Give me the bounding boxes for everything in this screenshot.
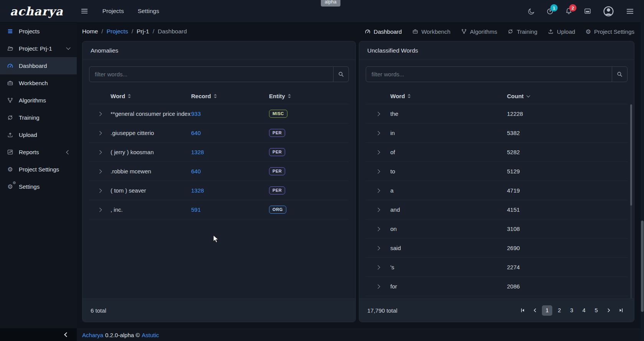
record-link[interactable]: 591: [191, 206, 201, 213]
count-cell: 4719: [507, 187, 627, 194]
expand-row-button[interactable]: [366, 170, 390, 173]
notifications-button[interactable]: 2: [565, 7, 573, 15]
user-avatar[interactable]: [603, 5, 614, 17]
quicknav-project-settings[interactable]: ⚙ Project Settings: [586, 28, 634, 35]
sidebar-item-dashboard[interactable]: Dashboard: [0, 57, 77, 74]
expand-row-button[interactable]: [89, 132, 111, 135]
table-row[interactable]: and 4151: [366, 200, 627, 219]
table-row[interactable]: the 12228: [366, 104, 627, 124]
sidebar-item-algorithms[interactable]: Algorithms: [0, 92, 77, 109]
table-row[interactable]: on 3108: [366, 219, 627, 239]
sidebar-item-projects[interactable]: Projects: [0, 23, 77, 40]
expand-row-button[interactable]: [366, 189, 390, 192]
expand-row-button[interactable]: [89, 189, 111, 192]
table-row[interactable]: **general consumer price index 933 MISC: [89, 104, 349, 124]
folder-open-icon: [7, 45, 13, 52]
table-row[interactable]: a 4719: [366, 181, 627, 200]
page-scrollbar[interactable]: [641, 0, 644, 341]
sidebar-item-training[interactable]: Training: [0, 109, 77, 126]
column-header-record[interactable]: Record: [191, 93, 269, 99]
expand-row-button[interactable]: [366, 247, 390, 250]
table-row[interactable]: ( jerry ) koosman 1328 PER: [89, 143, 349, 162]
unclassified-filter-input[interactable]: [366, 67, 612, 82]
record-link[interactable]: 640: [191, 130, 201, 136]
expand-row-button[interactable]: [366, 266, 390, 269]
table-row[interactable]: 's 2274: [366, 258, 627, 277]
page-button-5[interactable]: 5: [591, 305, 601, 316]
quicknav-training[interactable]: Training: [507, 28, 537, 35]
chevron-right-icon: [376, 169, 380, 173]
topbar-link-settings[interactable]: Settings: [138, 8, 159, 15]
tasks-button[interactable]: 1: [546, 7, 554, 15]
table-row[interactable]: ( tom ) seaver 1328 PER: [89, 181, 349, 200]
footer-company-link[interactable]: Astutic: [142, 332, 159, 338]
expand-row-button[interactable]: [366, 132, 390, 135]
first-page-button[interactable]: [517, 305, 528, 316]
record-link[interactable]: 640: [191, 168, 201, 175]
anomalies-search-button[interactable]: [333, 67, 348, 82]
prev-page-button[interactable]: [530, 305, 540, 316]
record-link[interactable]: 1328: [191, 187, 204, 194]
column-header-word[interactable]: Word: [111, 93, 191, 99]
record-link[interactable]: 933: [191, 110, 201, 117]
quicknav-workbench[interactable]: Workbench: [412, 28, 451, 35]
sidebar-item-settings[interactable]: ⚙⚙ Settings: [0, 178, 77, 195]
menu-button[interactable]: [626, 7, 634, 16]
quicknav-upload[interactable]: Upload: [548, 28, 575, 35]
sidebar-item-workbench[interactable]: Workbench: [0, 74, 77, 92]
chevron-right-icon: [98, 131, 102, 135]
table-row[interactable]: for 2086: [366, 277, 627, 296]
quicknav-dashboard[interactable]: Dashboard: [365, 28, 402, 35]
breadcrumb-projects[interactable]: Projects: [107, 28, 128, 35]
page-button-4[interactable]: 4: [579, 305, 589, 316]
breadcrumb-home[interactable]: Home: [82, 28, 98, 35]
topbar-link-projects[interactable]: Projects: [102, 8, 124, 15]
table-row[interactable]: .giuseppe citterio 640 PER: [89, 124, 349, 143]
word-cell: for: [390, 283, 507, 290]
sidebar-item-label: Dashboard: [19, 63, 47, 69]
table-row[interactable]: to 5129: [366, 162, 627, 181]
expand-row-button[interactable]: [89, 208, 111, 211]
expand-row-button[interactable]: [89, 151, 111, 154]
breadcrumb-separator: /: [101, 28, 103, 35]
table-row[interactable]: in 5382: [366, 124, 627, 143]
sidebar-item-project-settings[interactable]: ⚙ Project Settings: [0, 161, 77, 178]
expand-row-button[interactable]: [366, 208, 390, 211]
breadcrumb: Home / Projects / Prj-1 / Dashboard: [82, 28, 187, 35]
record-link[interactable]: 1328: [191, 149, 204, 155]
page-button-1[interactable]: 1: [542, 305, 552, 316]
page-scrollbar-thumb[interactable]: [641, 221, 644, 312]
column-header-count[interactable]: Count: [507, 93, 627, 99]
sidebar-toggle-button[interactable]: [80, 7, 89, 15]
expand-row-button[interactable]: [366, 112, 390, 115]
last-page-button[interactable]: [616, 305, 626, 316]
window-button[interactable]: [584, 7, 591, 15]
expand-row-button[interactable]: [366, 151, 390, 154]
sidebar-item-project-prj-1[interactable]: Project: Prj-1: [0, 40, 77, 57]
unclassified-search-button[interactable]: [612, 67, 627, 82]
page-button-3[interactable]: 3: [566, 305, 577, 316]
table-row[interactable]: said 2690: [366, 239, 627, 258]
expand-row-button[interactable]: [366, 227, 390, 231]
breadcrumb-project[interactable]: Prj-1: [137, 28, 149, 35]
sidebar-item-reports[interactable]: Reports: [0, 143, 77, 161]
anomalies-filter-input[interactable]: [89, 67, 333, 82]
expand-row-button[interactable]: [366, 285, 390, 288]
column-header-entity[interactable]: Entity: [269, 93, 349, 99]
brand-logo[interactable]: acharya: [10, 5, 63, 18]
page-button-2[interactable]: 2: [554, 305, 565, 316]
table-row[interactable]: , inc. 591 ORG: [89, 200, 349, 219]
column-header-word[interactable]: Word: [390, 93, 507, 99]
sidebar-item-upload[interactable]: Upload: [0, 126, 77, 143]
dark-mode-toggle[interactable]: [528, 8, 535, 15]
next-page-button[interactable]: [603, 305, 614, 316]
footer-brand-link[interactable]: Acharya: [82, 332, 103, 338]
table-scrollbar[interactable]: [630, 104, 632, 299]
table-row[interactable]: of 5282: [366, 143, 627, 162]
table-scrollbar-thumb[interactable]: [630, 104, 632, 206]
expand-row-button[interactable]: [89, 112, 111, 115]
expand-row-button[interactable]: [89, 170, 111, 173]
sidebar-collapse-button[interactable]: [0, 328, 77, 341]
quicknav-algorithms[interactable]: Algorithms: [461, 28, 497, 35]
table-row[interactable]: .robbie mcewen 640 PER: [89, 162, 349, 181]
